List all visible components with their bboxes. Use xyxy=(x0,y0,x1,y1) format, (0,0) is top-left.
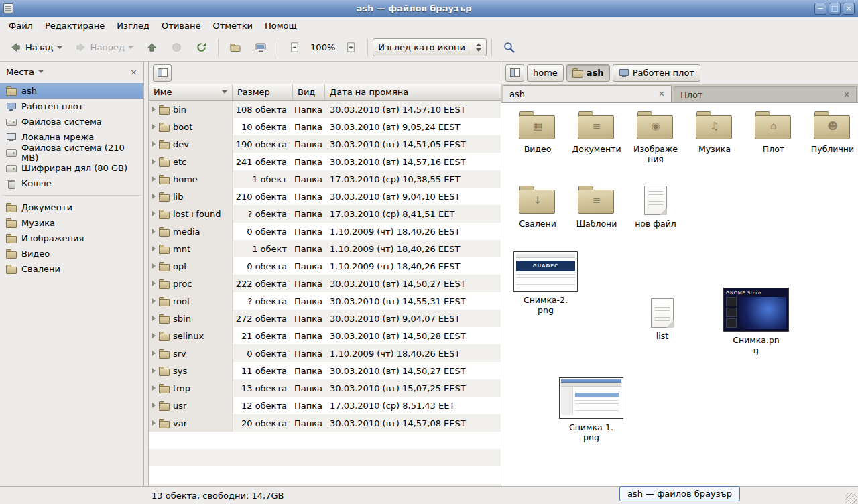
reload-button[interactable] xyxy=(190,37,213,58)
tab-1[interactable]: Плот× xyxy=(674,86,857,102)
titlebar[interactable]: ash — файлов браузър − □ × xyxy=(0,0,858,17)
table-row[interactable]: lost+found? обектаПапка17.03.2010 (ср) 8… xyxy=(149,205,501,223)
table-row[interactable]: proc222 обектаПапка30.03.2010 (вт) 14,50… xyxy=(149,275,501,292)
table-row[interactable]: selinux21 обектаПапка30.03.2010 (вт) 14,… xyxy=(149,327,501,344)
table-row[interactable]: media0 обектаПапка1.10.2009 (чт) 18,40,2… xyxy=(149,223,501,240)
expander-icon[interactable] xyxy=(152,211,156,216)
sidebar-item-6[interactable]: Кошче xyxy=(0,176,143,191)
icon-view[interactable]: ▦Видео≡Документи◉Изображения♫Музика⌂Плот… xyxy=(501,103,858,486)
table-row[interactable]: srv0 обектаПапка1.10.2009 (чт) 18,40,26 … xyxy=(149,344,501,362)
pane-splitter[interactable] xyxy=(144,62,149,486)
search-button[interactable] xyxy=(497,37,522,58)
expander-icon[interactable] xyxy=(152,246,156,251)
sidebar-item-10[interactable]: Видео xyxy=(0,246,143,261)
expander-icon[interactable] xyxy=(152,263,156,269)
table-row[interactable]: root? обектаПапка30.03.2010 (вт) 14,55,3… xyxy=(149,292,501,310)
sidebar-item-8[interactable]: Музика xyxy=(0,215,143,231)
up-button[interactable] xyxy=(140,37,164,58)
expander-icon[interactable] xyxy=(152,403,156,408)
back-button[interactable]: Назад xyxy=(4,37,68,58)
expander-icon[interactable] xyxy=(152,194,156,199)
sidebar-item-0[interactable]: ash xyxy=(0,83,143,99)
table-row[interactable]: boot10 обектаПапка30.03.2010 (вт) 9,05,2… xyxy=(149,118,501,135)
expander-icon[interactable] xyxy=(152,351,156,356)
table-row[interactable]: var20 обектаПапка30.03.2010 (вт) 14,57,0… xyxy=(149,414,501,432)
path-button-desktop[interactable]: Работен плот xyxy=(613,64,700,82)
table-row[interactable]: mnt1 обектПапка1.10.2009 (чт) 18,40,26 E… xyxy=(149,240,501,257)
file-snimka-2[interactable]: GUADEC Снимка-2.png xyxy=(511,251,580,315)
table-row[interactable]: sys11 обектаПапка30.03.2010 (вт) 14,50,2… xyxy=(149,362,501,379)
expander-icon[interactable] xyxy=(152,368,156,373)
close-tab-icon[interactable]: × xyxy=(843,90,850,99)
home-item-0[interactable]: ↓Свалени xyxy=(512,186,563,229)
home-folder-5[interactable]: ☻Публични xyxy=(807,111,858,164)
menu-item-0[interactable]: Файл xyxy=(3,19,39,33)
zoom-out-button[interactable] xyxy=(283,37,306,58)
location-toggle-button[interactable] xyxy=(153,64,172,82)
table-row[interactable]: sbin272 обектаПапка30.03.2010 (вт) 9,04,… xyxy=(149,310,501,327)
tab-0[interactable]: ash× xyxy=(503,85,672,102)
sidebar-item-4[interactable]: Файлова система (210 MB) xyxy=(0,145,143,160)
file-list[interactable]: list xyxy=(638,298,686,341)
resize-grip[interactable] xyxy=(845,493,857,504)
path-button-home[interactable]: home xyxy=(527,64,564,82)
expander-icon[interactable] xyxy=(152,333,156,338)
computer-button[interactable] xyxy=(249,37,273,58)
zoom-in-button[interactable] xyxy=(339,37,363,58)
expander-icon[interactable] xyxy=(152,124,156,129)
column-header-date[interactable]: Дата на промяна xyxy=(325,84,501,100)
table-row[interactable]: lib210 обектаПапка30.03.2010 (вт) 9,04,1… xyxy=(149,188,501,205)
home-folder-4[interactable]: ⌂Плот xyxy=(748,111,799,164)
minimize-button[interactable]: − xyxy=(814,3,826,15)
home-item-2[interactable]: нов файл xyxy=(630,186,681,229)
sidebar-item-9[interactable]: Изображения xyxy=(0,231,143,246)
expander-icon[interactable] xyxy=(152,229,156,234)
table-row[interactable]: bin108 обектаПапка30.03.2010 (вт) 14,57,… xyxy=(149,101,501,118)
path-button-ash[interactable]: ash xyxy=(566,64,610,82)
home-folder-2[interactable]: ◉Изображения xyxy=(630,111,681,164)
home-item-1[interactable]: ≡Шаблони xyxy=(571,186,622,229)
home-folder-3[interactable]: ♫Музика xyxy=(689,111,740,164)
expander-icon[interactable] xyxy=(152,281,156,286)
expander-icon[interactable] xyxy=(152,141,156,147)
menu-item-1[interactable]: Редактиране xyxy=(39,19,111,33)
expander-icon[interactable] xyxy=(152,107,156,112)
menu-item-3[interactable]: Отиване xyxy=(156,19,206,33)
sidebar-item-1[interactable]: Работен плот xyxy=(0,99,143,114)
places-title[interactable]: Места xyxy=(6,67,34,77)
home-folder-0[interactable]: ▦Видео xyxy=(512,111,563,164)
table-row[interactable]: dev190 обектаПапка30.03.2010 (вт) 14,51,… xyxy=(149,135,501,153)
close-tab-icon[interactable]: × xyxy=(658,90,665,98)
menu-item-5[interactable]: Помощ xyxy=(259,19,303,33)
column-header-size[interactable]: Размер xyxy=(233,84,293,100)
places-selector-icon[interactable] xyxy=(38,70,44,73)
home-button[interactable] xyxy=(223,37,247,58)
pathbar-toggle-button[interactable] xyxy=(505,64,524,82)
close-button[interactable]: × xyxy=(843,3,855,15)
sidebar-item-5[interactable]: Шифриран дял (80 GB) xyxy=(0,160,143,176)
expander-icon[interactable] xyxy=(152,316,156,321)
home-folder-1[interactable]: ≡Документи xyxy=(571,111,622,164)
table-row[interactable]: tmp13 обектаПапка30.03.2010 (вт) 15,07,2… xyxy=(149,379,501,397)
table-row[interactable]: home1 обектПапка17.03.2010 (ср) 10,38,55… xyxy=(149,170,501,188)
expander-icon[interactable] xyxy=(152,176,156,182)
sidebar-item-11[interactable]: Свалени xyxy=(0,261,143,277)
sidebar-item-2[interactable]: Файлова система xyxy=(0,114,143,129)
column-header-type[interactable]: Вид xyxy=(293,84,325,100)
sidebar-item-7[interactable]: Документи xyxy=(0,200,143,215)
file-snimka-1[interactable]: Снимка-1.png xyxy=(556,377,626,442)
expander-icon[interactable] xyxy=(152,159,156,164)
file-snimka[interactable]: GNOME Store Снимка.png xyxy=(719,288,794,355)
forward-button[interactable]: Напред xyxy=(69,37,139,58)
maximize-button[interactable]: □ xyxy=(829,3,841,15)
expander-icon[interactable] xyxy=(152,385,156,391)
table-row[interactable]: usr12 обектаПапка17.03.2010 (ср) 8,51,43… xyxy=(149,397,501,414)
stop-button[interactable] xyxy=(165,37,188,58)
table-row[interactable]: opt0 обектаПапка1.10.2009 (чт) 18,40,26 … xyxy=(149,257,501,275)
menu-item-4[interactable]: Отметки xyxy=(206,19,258,33)
expander-icon[interactable] xyxy=(152,298,156,304)
expander-icon[interactable] xyxy=(152,420,156,426)
view-mode-select[interactable]: Изглед като икони xyxy=(373,38,487,56)
close-sidebar-button[interactable]: × xyxy=(130,68,137,76)
column-header-name[interactable]: Име xyxy=(149,84,233,100)
